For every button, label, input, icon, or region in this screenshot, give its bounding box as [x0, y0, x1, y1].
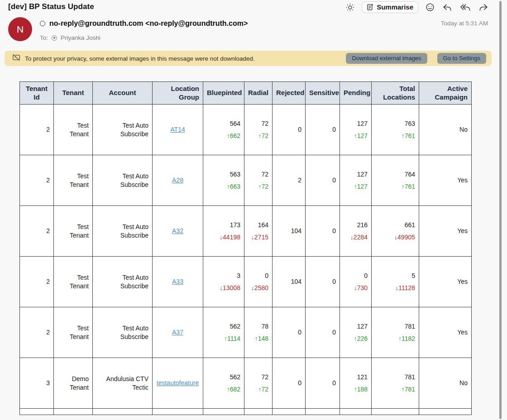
- cell-active-campaign: No: [419, 105, 472, 155]
- avatar-letter: N: [17, 24, 24, 35]
- page-title: [dev] BP Status Update: [8, 2, 94, 11]
- cell-bluepinted: 313008: [203, 257, 244, 307]
- col-pending: Pending: [340, 82, 372, 105]
- location-group-link[interactable]: A28: [172, 177, 183, 184]
- cell-active-campaign: Yes: [419, 307, 472, 358]
- cell-location-group: AT14: [153, 105, 203, 155]
- cell-sensitive: 0: [306, 307, 340, 358]
- cell-rejected: 0: [273, 307, 306, 358]
- to-label: To:: [40, 34, 48, 41]
- col-tenant-id: Tenant Id: [20, 82, 54, 105]
- col-bluepinted: Bluepinted: [203, 82, 244, 105]
- writing-tools-icon[interactable]: [345, 3, 355, 12]
- location-group-link[interactable]: AT14: [170, 126, 185, 133]
- col-location-group: Location Group: [153, 82, 203, 105]
- contact-icon: [52, 35, 57, 41]
- cell-account: Test Auto Subscribe: [93, 206, 153, 257]
- cell-bluepinted: 564662: [203, 105, 244, 155]
- summarise-icon: [366, 3, 374, 11]
- sender-address[interactable]: no-reply@groundtruth.com <no-reply@groun…: [49, 19, 248, 28]
- cell-total-locations: 764761: [372, 155, 419, 206]
- cell-tenant-id: 2: [20, 307, 54, 358]
- cell-pending: 127127: [340, 105, 372, 155]
- cell-account: Test Auto Subscribe: [93, 307, 153, 358]
- cell-tenant: Demo Tenant: [54, 358, 93, 409]
- cell-account: Test Auto Subscribe: [93, 155, 153, 206]
- cell-pending: 2162284: [340, 206, 372, 257]
- cell-radial: 7272: [244, 155, 273, 206]
- table-row-partial: [20, 409, 472, 415]
- cell-bluepinted: 17344198: [203, 206, 244, 257]
- cell-rejected: 0: [273, 358, 306, 409]
- table-row: 2 Test Tenant Test Auto Subscribe A32 17…: [20, 206, 472, 257]
- to-line: To: Priyanka Joshi: [40, 34, 100, 41]
- cell-radial: 78148: [244, 307, 273, 358]
- privacy-banner: To protect your privacy, some external i…: [5, 51, 492, 66]
- cell-sensitive: 0: [306, 155, 340, 206]
- location-group-link[interactable]: testautofeature: [157, 379, 199, 387]
- cell-tenant-id: 2: [20, 257, 54, 307]
- banner-buttons: Download external images Go to Settings: [346, 53, 488, 64]
- cell-bluepinted: 5621114: [203, 307, 244, 358]
- cell-rejected: 104: [273, 257, 306, 307]
- status-table: Tenant Id Tenant Account Location Group …: [19, 81, 472, 415]
- reaction-icon[interactable]: [425, 2, 435, 12]
- cell-sensitive: 0: [306, 257, 340, 307]
- cell-total-locations: 7811182: [372, 307, 419, 358]
- location-group-link[interactable]: A37: [172, 329, 183, 336]
- summarise-label: Summarise: [377, 3, 413, 11]
- table-row: 2 Test Tenant Test Auto Subscribe A33 31…: [20, 257, 472, 307]
- cell-location-group: A28: [153, 155, 203, 206]
- forward-icon[interactable]: [478, 2, 489, 12]
- cell-tenant-id: 2: [20, 155, 54, 206]
- cell-account: Test Auto Subscribe: [93, 257, 153, 307]
- cell-pending: 127127: [340, 155, 372, 206]
- location-group-link[interactable]: A32: [172, 227, 183, 234]
- message-toolbar: Summarise: [345, 0, 489, 14]
- cell-radial: 7272: [244, 358, 273, 409]
- cell-sensitive: 0: [306, 206, 340, 257]
- vertical-scrollbar[interactable]: [499, 1, 502, 419]
- cell-active-campaign: Yes: [419, 155, 472, 206]
- cell-tenant-id: 3: [20, 358, 54, 409]
- summarise-button[interactable]: Summarise: [362, 1, 418, 13]
- cell-account: Test Auto Subscribe: [93, 105, 153, 155]
- cell-pending: 121188: [340, 358, 372, 409]
- cell-location-group: A33: [153, 257, 203, 307]
- cell-sensitive: 0: [306, 358, 340, 409]
- location-group-link[interactable]: A33: [172, 278, 183, 285]
- table-row: 2 Test Tenant Test Auto Subscribe AT14 5…: [20, 105, 472, 155]
- cell-bluepinted: 563663: [203, 155, 244, 206]
- cell-bluepinted: 562682: [203, 358, 244, 409]
- download-external-images-button[interactable]: Download external images: [346, 53, 427, 64]
- reply-all-icon[interactable]: [459, 2, 471, 12]
- cell-active-campaign: Yes: [419, 206, 472, 257]
- table-header-row: Tenant Id Tenant Account Location Group …: [20, 82, 472, 105]
- cell-tenant: Test Tenant: [54, 206, 93, 257]
- cell-radial: 02580: [244, 257, 273, 307]
- cell-pending: 0730: [340, 257, 372, 307]
- cell-tenant: Test Tenant: [54, 105, 93, 155]
- col-sensitive: Sensitive: [306, 82, 340, 105]
- table-row: 2 Test Tenant Test Auto Subscribe A37 56…: [20, 307, 472, 358]
- cell-sensitive: 0: [306, 105, 340, 155]
- go-to-settings-button[interactable]: Go to Settings: [437, 53, 486, 64]
- col-radial: Radial: [244, 82, 273, 105]
- recipient-name[interactable]: Priyanka Joshi: [61, 34, 100, 41]
- blocked-image-icon: [12, 54, 20, 63]
- cell-total-locations: 511128: [372, 257, 419, 307]
- cell-radial: 7272: [244, 105, 273, 155]
- cell-total-locations: 763761: [372, 105, 419, 155]
- table-row: 2 Test Tenant Test Auto Subscribe A28 56…: [20, 155, 472, 206]
- table-row: 3 Demo Tenant Andulusia CTV Tectic testa…: [20, 358, 472, 409]
- col-active-campaign: Active Campaign: [419, 82, 472, 105]
- reply-icon[interactable]: [442, 2, 453, 12]
- cell-location-group: A37: [153, 307, 203, 358]
- cell-tenant-id: 2: [20, 206, 54, 257]
- col-tenant: Tenant: [54, 82, 93, 105]
- avatar[interactable]: N: [8, 17, 32, 41]
- col-rejected: Rejected: [273, 82, 306, 105]
- received-timestamp: Today at 5:31 AM: [441, 20, 488, 27]
- cell-total-locations: 66149905: [372, 206, 419, 257]
- cell-rejected: 0: [273, 105, 306, 155]
